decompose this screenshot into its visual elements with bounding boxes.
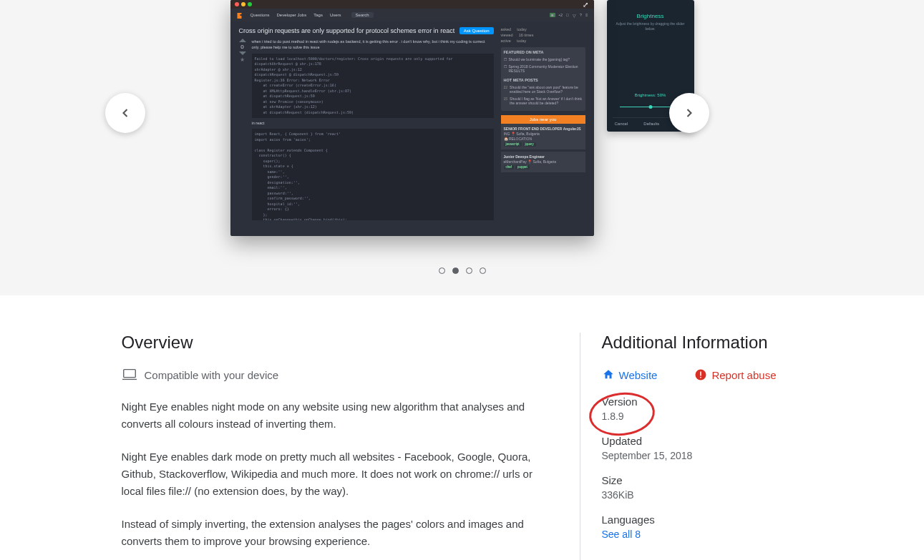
- gallery-slide-main[interactable]: ⤢ Questions Developer Jobs Tags Users Se…: [230, 0, 594, 236]
- info-heading: Additional Information: [602, 333, 803, 353]
- topnav-item: Tags: [313, 13, 323, 17]
- jobs-box: Jobs near you SENIOR FRONT-END DEVELOPER…: [501, 115, 585, 173]
- defaults-button: Defaults: [643, 122, 659, 126]
- brightness-title: Brightness: [613, 13, 689, 19]
- version-label: Version: [602, 396, 803, 408]
- compatible-text: Compatible with your device: [145, 369, 279, 381]
- languages-see-all-link[interactable]: See all 8: [602, 529, 803, 540]
- laptop-icon: [122, 368, 137, 381]
- ask-question-button: Ask Question: [459, 27, 494, 34]
- topnav-item: Developer Jobs: [277, 13, 307, 17]
- topnav-search: Search: [351, 12, 374, 18]
- gallery-pagination: [0, 267, 924, 274]
- svg-rect-2: [701, 372, 702, 376]
- languages-label: Languages: [602, 514, 803, 526]
- code-block-react: import React, { Component } from 'react'…: [252, 129, 494, 220]
- overview-paragraph: Instead of simply inverting, the extensi…: [122, 516, 551, 550]
- size-block: Size 336KiB: [602, 474, 803, 501]
- in-react-label: in react: [252, 120, 494, 126]
- overview-section: Overview Compatible with your device Nig…: [122, 333, 551, 560]
- alert-icon: [694, 368, 707, 381]
- question-intro: when i tried to do post method in react …: [252, 39, 494, 51]
- report-abuse-link[interactable]: Report abuse: [694, 368, 776, 381]
- window-close-icon: [235, 2, 239, 6]
- updated-value: September 15, 2018: [602, 450, 803, 461]
- pager-dot-1[interactable]: [452, 267, 459, 274]
- expand-icon: ⤢: [583, 1, 588, 9]
- brightness-desc: Adjust the brightness by dragging the sl…: [613, 21, 689, 31]
- pager-dot-3[interactable]: [480, 267, 486, 274]
- window-maximize-icon: [248, 2, 252, 6]
- languages-block: Languages See all 8: [602, 514, 803, 540]
- code-block-error: Failed to load localhost:5000/doctors/re…: [252, 54, 494, 119]
- overview-paragraph: Night Eye enables night mode on any webs…: [122, 398, 551, 433]
- updated-label: Updated: [602, 435, 803, 447]
- version-block: Version 1.8.9: [602, 396, 803, 422]
- topnav-item: Users: [330, 13, 341, 17]
- additional-info-section: Additional Information Website Report ab…: [580, 333, 803, 560]
- chevron-right-icon: [682, 106, 696, 120]
- size-label: Size: [602, 474, 803, 486]
- topnav-right-icons: ■•2□▽?≡: [550, 13, 588, 18]
- pager-dot-2[interactable]: [466, 267, 472, 274]
- svg-rect-3: [701, 377, 702, 378]
- overview-heading: Overview: [122, 333, 551, 353]
- home-icon: [602, 368, 615, 381]
- updated-block: Updated September 15, 2018: [602, 435, 803, 461]
- version-value: 1.8.9: [602, 411, 803, 422]
- stackoverflow-logo-icon: [236, 11, 243, 19]
- question-title: Cross origin requests are only supported…: [239, 27, 455, 34]
- window-minimize-icon: [241, 2, 245, 6]
- vote-controls: 0 ★: [239, 39, 246, 222]
- topnav-item: Questions: [251, 13, 270, 17]
- favorite-icon: ★: [240, 57, 245, 63]
- pager-dot-0[interactable]: [439, 267, 445, 274]
- screenshot-gallery: ⤢ Questions Developer Jobs Tags Users Se…: [0, 0, 924, 295]
- size-value: 336KiB: [602, 489, 803, 501]
- overview-paragraph: Night Eye enables dark mode on pretty mu…: [122, 448, 551, 500]
- gallery-prev-button[interactable]: [105, 93, 145, 133]
- upvote-icon: [239, 39, 246, 42]
- gallery-next-button[interactable]: [669, 93, 709, 133]
- chevron-left-icon: [118, 106, 132, 120]
- downvote-icon: [239, 51, 246, 55]
- svg-rect-0: [123, 370, 135, 378]
- featured-meta-box: FEATURED ON META ☐Should we burninate th…: [501, 47, 585, 111]
- website-link[interactable]: Website: [602, 368, 658, 381]
- cancel-button: Cancel: [615, 122, 628, 126]
